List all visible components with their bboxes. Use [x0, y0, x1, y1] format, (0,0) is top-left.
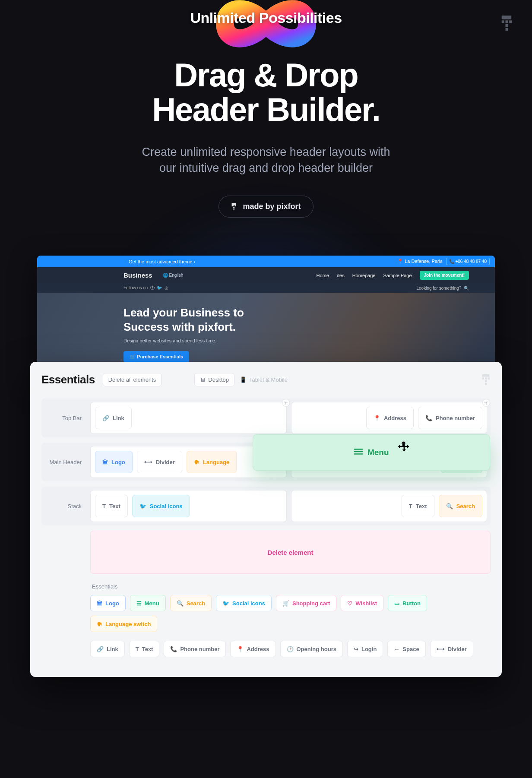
pixfort-logo-icon: [500, 16, 513, 31]
tab-desktop[interactable]: 🖥 Desktop: [194, 373, 234, 386]
menu-icon: ☰: [136, 600, 142, 607]
row-top-bar: Top Bar 🔗Link 📍Address 📞Phone number: [41, 398, 491, 437]
svg-rect-9: [235, 205, 237, 206]
palette-row-essentials: 🏛Logo ☰Menu 🔍Search 🐦Social icons 🛒Shopp…: [90, 595, 491, 632]
svg-rect-6: [232, 203, 236, 205]
language-icon: 🗣: [194, 459, 200, 465]
link-icon: 🔗: [97, 646, 104, 652]
element-text[interactable]: TText: [402, 495, 434, 517]
row-main-header: Main Header 🏛Logo ⟷Divider 🗣Language Men…: [41, 443, 491, 481]
palette-social-icons[interactable]: 🐦Social icons: [216, 595, 272, 611]
hero-section: Unlimited Possibilities Drag & Drop Head…: [0, 0, 532, 218]
drop-zone-top-left[interactable]: 🔗Link: [90, 402, 287, 434]
divider-icon: ⟷: [144, 459, 152, 465]
element-language[interactable]: 🗣Language: [187, 451, 237, 473]
gear-icon[interactable]: [282, 399, 290, 407]
element-search[interactable]: 🔍Search: [439, 495, 482, 517]
twitter-icon: 🐦: [139, 503, 146, 509]
palette-button[interactable]: ▭Button: [388, 595, 427, 611]
dragging-element-menu[interactable]: Menu: [253, 434, 491, 471]
drop-zone-stack-right[interactable]: TText 🔍Search: [291, 490, 488, 522]
palette-text[interactable]: TText: [129, 641, 160, 657]
svg-point-19: [486, 402, 487, 404]
svg-rect-8: [234, 205, 235, 206]
svg-rect-3: [509, 20, 512, 23]
element-divider[interactable]: ⟷Divider: [137, 451, 182, 473]
palette-divider[interactable]: ⟷Divider: [430, 641, 473, 657]
element-phone[interactable]: 📞Phone number: [418, 407, 482, 429]
pixfort-logo-small-icon: [481, 374, 491, 386]
svg-point-18: [285, 402, 286, 404]
preview-purchase-button[interactable]: 🛒 Purchase Essentials: [124, 351, 189, 363]
svg-rect-2: [506, 20, 508, 23]
phone-icon: 📞: [425, 415, 432, 421]
element-social-icons[interactable]: 🐦Social icons: [132, 495, 190, 517]
svg-rect-5: [506, 28, 508, 31]
website-preview: Get the most advanced theme › 📍 La Defen…: [37, 256, 495, 379]
search-icon: 🔍: [177, 600, 184, 607]
svg-rect-11: [234, 209, 235, 210]
pixfort-icon: [231, 203, 238, 210]
palette-link[interactable]: 🔗Link: [90, 641, 125, 657]
svg-rect-4: [506, 24, 508, 27]
svg-rect-14: [485, 377, 487, 380]
palette-search[interactable]: 🔍Search: [170, 595, 212, 611]
svg-rect-0: [502, 16, 512, 19]
palette-space[interactable]: ↔Space: [387, 641, 425, 657]
search-icon: 🔍: [446, 503, 453, 509]
preview-topbar: Get the most advanced theme › 📍 La Defen…: [37, 256, 495, 267]
mobile-icon: 📱: [240, 376, 247, 383]
palette-section: Essentials 🏛Logo ☰Menu 🔍Search 🐦Social i…: [90, 583, 491, 657]
delete-element-zone[interactable]: Delete element: [90, 531, 491, 574]
drop-zone-stack-left[interactable]: TText 🐦Social icons: [90, 490, 287, 522]
palette-wishlist[interactable]: ♡Wishlist: [341, 595, 383, 611]
palette-address[interactable]: 📍Address: [230, 641, 276, 657]
space-icon: ↔: [394, 646, 399, 652]
preview-subnav: Follow us on ⓕ 🐦 ◎ Looking for something…: [37, 283, 495, 293]
palette-login[interactable]: ↪Login: [347, 641, 383, 657]
palette-phone-number[interactable]: 📞Phone number: [164, 641, 226, 657]
svg-rect-7: [232, 205, 233, 206]
twitter-icon: 🐦: [222, 600, 229, 607]
heart-icon: ♡: [347, 600, 352, 607]
button-icon: ▭: [394, 600, 399, 607]
element-logo[interactable]: 🏛Logo: [95, 451, 133, 473]
element-text[interactable]: TText: [95, 495, 128, 517]
infinity-graphic: Unlimited Possibilities: [184, 0, 348, 65]
palette-language-switch[interactable]: 🗣Language switch: [90, 616, 157, 632]
svg-rect-13: [482, 377, 484, 380]
element-link[interactable]: 🔗Link: [95, 407, 132, 429]
text-icon: T: [409, 503, 412, 509]
svg-rect-17: [485, 383, 487, 385]
tab-mobile[interactable]: 📱 Tablet & Mobile: [234, 373, 293, 386]
text-icon: T: [102, 503, 106, 509]
text-icon: T: [136, 646, 139, 652]
palette-logo[interactable]: 🏛Logo: [90, 595, 126, 611]
logo-icon: 🏛: [102, 459, 108, 465]
hero-subtitle: Create unlimited responsive header layou…: [0, 144, 532, 177]
made-by-pill[interactable]: made by pixfort: [218, 196, 313, 218]
hero-title: Drag & Drop Header Builder.: [0, 58, 532, 127]
gear-icon[interactable]: [482, 399, 490, 407]
pin-icon: 📍: [374, 415, 380, 421]
login-icon: ↪: [354, 646, 358, 652]
delete-all-button[interactable]: Delete all elements: [103, 373, 162, 386]
palette-row-generic: 🔗Link TText 📞Phone number 📍Address 🕑Open…: [90, 641, 491, 657]
svg-rect-10: [234, 207, 235, 208]
svg-rect-12: [482, 374, 489, 376]
palette-shopping-cart[interactable]: 🛒Shopping cart: [276, 595, 336, 611]
logo-icon: 🏛: [97, 600, 102, 607]
drop-zone-top-right[interactable]: 📍Address 📞Phone number: [291, 402, 488, 434]
row-stack: Stack TText 🐦Social icons TText 🔍Search: [41, 487, 491, 525]
palette-opening-hours[interactable]: 🕑Opening hours: [280, 641, 343, 657]
hero-badge: Unlimited Possibilities: [190, 9, 342, 26]
svg-rect-15: [488, 377, 490, 380]
element-address[interactable]: 📍Address: [366, 407, 414, 429]
move-cursor-icon: [397, 440, 412, 457]
link-icon: 🔗: [102, 415, 109, 421]
desktop-icon: 🖥: [200, 376, 206, 383]
palette-menu[interactable]: ☰Menu: [130, 595, 166, 611]
menu-icon: [354, 448, 363, 458]
header-builder-panel: Essentials Delete all elements 🖥 Desktop…: [30, 362, 502, 677]
drop-zone-main-right[interactable]: Menu ▭Button: [291, 446, 488, 478]
